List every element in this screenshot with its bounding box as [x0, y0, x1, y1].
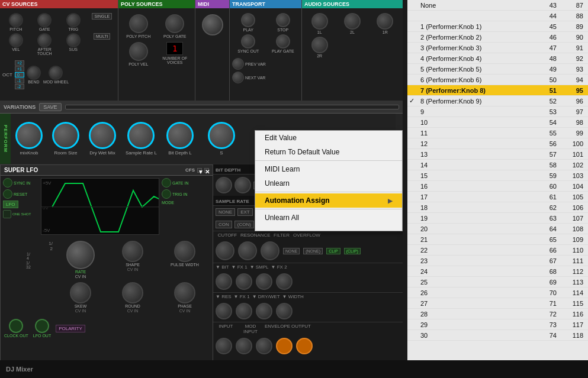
filter-knob[interactable] — [261, 241, 279, 260]
none-btn4[interactable]: (NONE) — [303, 248, 323, 254]
list-row[interactable]: 1559103 — [407, 170, 588, 181]
lfo-round-knob[interactable] — [122, 282, 143, 303]
bit-depth-knob-1[interactable] — [216, 177, 232, 193]
list-row[interactable]: 2367111 — [407, 256, 588, 266]
ext-btn[interactable]: EXT — [237, 208, 253, 216]
oct-plus1[interactable]: +1 — [15, 66, 24, 72]
con-btn2[interactable]: (CON) — [234, 221, 254, 228]
oct-zero[interactable]: 0 — [15, 72, 24, 77]
multi-btn[interactable]: MULTI — [94, 33, 110, 40]
list-row[interactable]: 7 (Performer:Knob 8)5195 — [407, 85, 588, 96]
pitch-knob[interactable] — [9, 13, 23, 27]
midi-knob[interactable] — [202, 14, 223, 35]
extra-ctrl-1[interactable] — [208, 122, 235, 149]
audio-knob-2r-ctrl[interactable] — [311, 37, 328, 53]
list-row[interactable]: 115599 — [407, 128, 588, 138]
list-row[interactable]: ✓8 (Performer:Knob 9)5296 — [407, 96, 588, 106]
fx1-knob2[interactable] — [236, 303, 252, 319]
output-knob[interactable] — [276, 338, 293, 354]
list-row[interactable]: 5 (Performer:Knob 5)4993 — [407, 64, 588, 75]
list-row[interactable]: 1761105 — [407, 192, 588, 202]
sus-knob[interactable] — [66, 33, 81, 47]
list-row[interactable]: 3074118 — [407, 330, 588, 341]
res-knob[interactable] — [216, 273, 232, 290]
fx1-knob[interactable] — [236, 273, 252, 290]
syncout-knob[interactable] — [241, 34, 255, 49]
poly-pitch-knob[interactable] — [129, 14, 148, 33]
lfo-out-knob[interactable] — [35, 319, 49, 333]
trig-in-led[interactable] — [162, 189, 171, 199]
list-row[interactable]: 2872116 — [407, 309, 588, 319]
envelope-knob[interactable] — [256, 338, 272, 354]
clip-btn[interactable]: CLIP — [326, 248, 340, 254]
list-row[interactable]: 2771115 — [407, 298, 588, 309]
unlearn-all-item[interactable] — [255, 225, 402, 231]
trig-knob[interactable] — [66, 13, 81, 27]
unlearn-performance-item[interactable]: Unlearn All — [255, 211, 402, 225]
oct-minus2[interactable]: -2 — [15, 84, 24, 89]
gate-knob[interactable] — [37, 13, 52, 27]
list-row[interactable]: 1357101 — [407, 149, 588, 160]
none-btn3[interactable]: NONE — [283, 248, 300, 254]
list-row[interactable]: 1 (Performer:Knob 1)4589 — [407, 21, 588, 32]
sync-in-led[interactable] — [3, 178, 12, 188]
single-btn[interactable]: SINGLE — [92, 13, 112, 20]
list-row[interactable]: 1862106 — [407, 202, 588, 213]
bit-depth-knob-2[interactable] — [234, 177, 251, 193]
list-row[interactable]: 1256100 — [407, 138, 588, 149]
return-default-item[interactable]: Return To Default Value — [255, 145, 402, 159]
automation-assign-item[interactable]: Automation Assign ▶ — [255, 193, 402, 208]
samplerate-ctrl[interactable] — [127, 122, 155, 149]
width-knob2[interactable] — [276, 303, 293, 319]
list-row[interactable]: 2569113 — [407, 277, 588, 287]
bend-knob[interactable] — [27, 66, 41, 80]
poly-vel-knob[interactable] — [129, 42, 148, 61]
single-toggle[interactable]: SINGLE — [89, 13, 116, 31]
lfo-rate-knob[interactable] — [66, 241, 95, 269]
audio-knob-2l-ctrl[interactable] — [344, 13, 361, 30]
lfo-skew-knob[interactable] — [70, 282, 91, 303]
play-knob[interactable] — [241, 13, 255, 27]
polarity-btn[interactable]: POLARITY — [56, 325, 85, 332]
audio-knob-1r-ctrl[interactable] — [377, 13, 393, 30]
list-row[interactable]: 105498 — [407, 117, 588, 128]
audio-knob-1l-ctrl[interactable] — [311, 13, 328, 30]
output-knob2[interactable] — [296, 338, 313, 354]
smpl-knob[interactable] — [256, 273, 272, 290]
poly-gate-knob[interactable] — [165, 14, 184, 33]
prev-var-knob[interactable] — [232, 58, 244, 70]
list-row[interactable]: 2165109 — [407, 234, 588, 245]
save-button[interactable]: SAVE — [39, 103, 61, 111]
lfo-pw-knob[interactable] — [174, 241, 195, 262]
variations-slider[interactable] — [65, 105, 399, 109]
res-knob2[interactable] — [216, 303, 232, 319]
stop-knob[interactable] — [276, 13, 290, 27]
lfo-toggle-btn[interactable]: LFO — [3, 201, 18, 208]
list-row[interactable]: 2 (Performer:Knob 2)4690 — [407, 32, 588, 43]
gate-in-led[interactable] — [162, 178, 171, 188]
drywet-knob2[interactable] — [256, 303, 272, 319]
resonance-knob[interactable] — [238, 241, 257, 260]
lfo-phase-knob[interactable] — [174, 282, 195, 303]
clock-out-knob[interactable] — [9, 319, 23, 333]
mixknob-ctrl[interactable] — [15, 122, 43, 149]
clip-btn2[interactable]: (CLIP) — [344, 248, 361, 254]
list-row[interactable]: 2468112 — [407, 266, 588, 277]
list-row[interactable]: 1963107 — [407, 213, 588, 224]
aftertouch-knob[interactable] — [37, 33, 52, 47]
lfo-shape-knob[interactable] — [122, 241, 143, 262]
list-row[interactable]: 6 (Performer:Knob 6)5094 — [407, 75, 588, 85]
con-btn[interactable]: CON — [216, 221, 232, 228]
list-row[interactable]: 2064108 — [407, 224, 588, 234]
lfo-close-btn[interactable]: ✕ — [204, 168, 209, 173]
next-var-knob[interactable] — [232, 72, 244, 83]
mod-input-knob[interactable] — [236, 338, 252, 354]
oct-minus1[interactable]: -1 — [15, 78, 24, 83]
modwheel-knob[interactable] — [49, 66, 63, 80]
midi-learn-item[interactable]: MIDI Learn — [255, 162, 402, 176]
unlearn-item[interactable]: Unlearn — [255, 176, 402, 190]
roomsize-ctrl[interactable] — [52, 122, 79, 149]
edit-value-item[interactable]: Edit Value — [255, 131, 402, 145]
list-row[interactable]: 4488 — [407, 11, 588, 21]
list-row[interactable]: 3 (Performer:Knob 3)4791 — [407, 43, 588, 53]
